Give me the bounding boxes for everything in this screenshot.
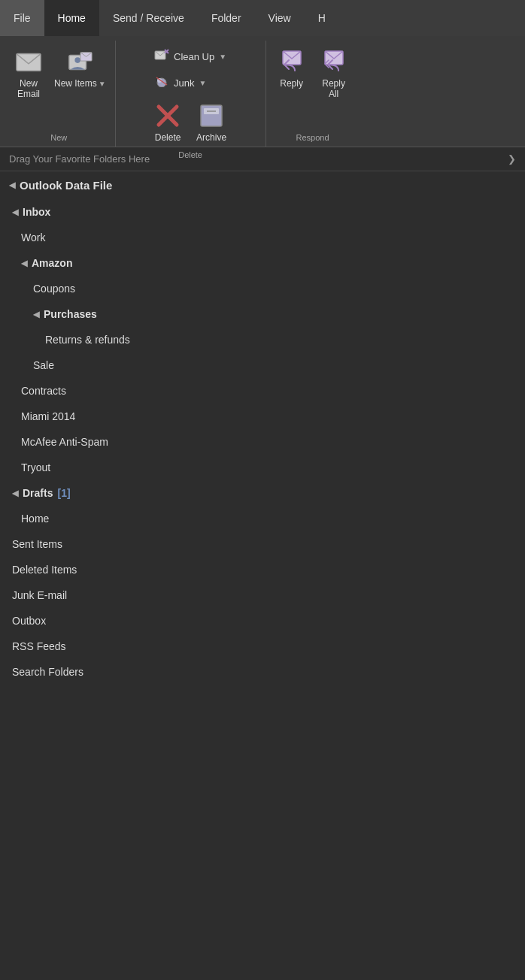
archive-label: Archive <box>196 132 226 143</box>
respond-group-label: Respond <box>296 130 329 147</box>
reply-all-button[interactable]: ReplyAll <box>314 44 354 104</box>
delete-icon <box>154 102 181 129</box>
drag-bar-text: Drag Your Favorite Folders Here <box>9 153 150 165</box>
outbox-folder[interactable]: Outbox <box>0 608 525 634</box>
sent-items-label: Sent Items <box>12 538 62 550</box>
menu-send-receive[interactable]: Send / Receive <box>99 0 198 36</box>
outlook-data-file-triangle: ◀ <box>9 180 15 190</box>
sale-label: Sale <box>33 359 54 371</box>
new-group-label: New <box>50 130 67 147</box>
deleted-items-label: Deleted Items <box>12 564 77 576</box>
new-items-label: New Items ▼ <box>54 78 106 89</box>
coupons-folder[interactable]: Coupons <box>0 276 525 301</box>
sale-folder[interactable]: Sale <box>0 352 525 378</box>
reply-label: Reply <box>280 78 303 89</box>
mcafee-label: McAfee Anti-Spam <box>21 436 108 448</box>
toolbar-delete-group: Clean Up ▼ Junk ▼ <box>116 41 266 147</box>
purchases-label: Purchases <box>44 308 97 320</box>
menu-h[interactable]: H <box>305 0 339 36</box>
work-label: Work <box>21 231 45 243</box>
inbox-folder[interactable]: ◀ Inbox <box>0 199 525 225</box>
miami2014-folder[interactable]: Miami 2014 <box>0 404 525 429</box>
rss-feeds-label: RSS Feeds <box>12 640 66 652</box>
home-folder[interactable]: Home <box>0 506 525 531</box>
delete-label: Delete <box>155 132 181 143</box>
new-email-label: NewEmail <box>17 78 40 99</box>
junk-icon <box>154 75 169 91</box>
mcafee-folder[interactable]: McAfee Anti-Spam <box>0 429 525 455</box>
menu-file[interactable]: File <box>0 0 44 36</box>
new-email-button[interactable]: NewEmail <box>9 44 48 104</box>
purchases-triangle: ◀ <box>33 310 39 319</box>
amazon-label: Amazon <box>32 257 72 269</box>
contracts-folder[interactable]: Contracts <box>0 378 525 404</box>
toolbar-respond-group: Reply ReplyAll Respond <box>266 41 360 147</box>
new-email-icon <box>15 48 42 75</box>
returns-label: Returns & refunds <box>45 334 130 346</box>
delete-button[interactable]: Delete <box>148 98 187 147</box>
drafts-badge: [1] <box>57 487 70 499</box>
amazon-triangle: ◀ <box>21 259 27 268</box>
reply-icon <box>278 48 305 75</box>
drafts-triangle: ◀ <box>12 488 18 498</box>
inbox-triangle: ◀ <box>12 207 18 217</box>
rss-feeds-folder[interactable]: RSS Feeds <box>0 634 525 659</box>
junk-email-folder[interactable]: Junk E-mail <box>0 582 525 608</box>
svg-point-2 <box>75 57 81 63</box>
search-folders-folder[interactable]: Search Folders <box>0 659 525 685</box>
cleanup-dropdown-arrow: ▼ <box>219 53 226 61</box>
reply-all-icon <box>320 48 347 75</box>
junk-email-label: Junk E-mail <box>12 589 67 601</box>
drafts-label: Drafts <box>23 487 53 499</box>
home-label: Home <box>21 513 49 525</box>
inbox-label: Inbox <box>23 206 50 218</box>
cleanup-label: Clean Up <box>174 51 214 62</box>
menu-folder[interactable]: Folder <box>198 0 255 36</box>
cleanup-button[interactable]: Clean Up ▼ <box>147 45 234 68</box>
reply-all-label: ReplyAll <box>322 78 345 99</box>
new-items-button[interactable]: New Items ▼ <box>51 44 109 93</box>
drag-bar: Drag Your Favorite Folders Here ❯ <box>0 147 525 171</box>
reply-button[interactable]: Reply <box>272 44 311 93</box>
purchases-folder[interactable]: ◀ Purchases <box>0 301 525 327</box>
tryout-label: Tryout <box>21 461 50 473</box>
folder-tree: ◀ Outlook Data File ◀ Inbox Work ◀ Amazo… <box>0 171 525 685</box>
new-items-icon <box>66 48 93 75</box>
search-folders-label: Search Folders <box>12 666 83 678</box>
deleted-items-folder[interactable]: Deleted Items <box>0 557 525 582</box>
new-items-dropdown-arrow: ▼ <box>99 80 106 88</box>
work-folder[interactable]: Work <box>0 225 525 250</box>
archive-button[interactable]: Archive <box>190 98 232 147</box>
junk-dropdown-arrow: ▼ <box>199 79 207 87</box>
outbox-label: Outbox <box>12 615 46 627</box>
archive-icon <box>198 102 225 129</box>
coupons-label: Coupons <box>33 283 75 295</box>
toolbar-new-group: NewEmail New Items ▼ New <box>3 41 116 147</box>
menu-view[interactable]: View <box>255 0 305 36</box>
toolbar: NewEmail New Items ▼ New <box>0 36 525 147</box>
sent-items-folder[interactable]: Sent Items <box>0 531 525 557</box>
junk-button[interactable]: Junk ▼ <box>147 71 234 95</box>
tryout-folder[interactable]: Tryout <box>0 455 525 480</box>
miami2014-label: Miami 2014 <box>21 410 75 422</box>
junk-label: Junk <box>174 77 194 89</box>
outlook-data-file-label: Outlook Data File <box>20 179 112 192</box>
returns-folder[interactable]: Returns & refunds <box>0 327 525 352</box>
menu-home[interactable]: Home <box>44 0 99 36</box>
outlook-data-file-header[interactable]: ◀ Outlook Data File <box>0 171 525 199</box>
amazon-folder[interactable]: ◀ Amazon <box>0 250 525 276</box>
collapse-icon[interactable]: ❯ <box>508 153 516 165</box>
cleanup-icon <box>154 49 169 65</box>
menu-bar: File Home Send / Receive Folder View H <box>0 0 525 36</box>
contracts-label: Contracts <box>21 385 66 397</box>
drafts-folder[interactable]: ◀ Drafts [1] <box>0 480 525 506</box>
delete-group-label: Delete <box>178 147 202 164</box>
